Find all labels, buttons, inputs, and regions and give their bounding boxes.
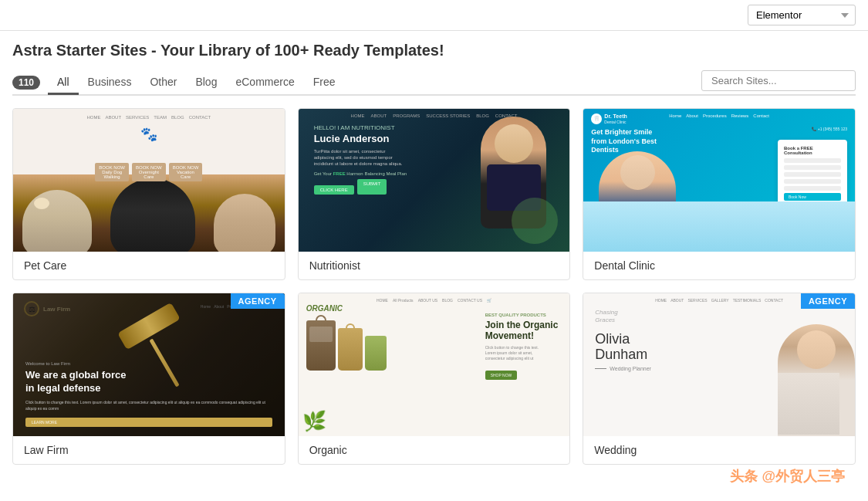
- pet-logo: 🐾: [140, 126, 157, 143]
- law-firm-footer: Law Firm: [13, 436, 285, 464]
- template-thumb-organic: HOMEAll ProductsABOUT USBLOGCONTACT US🛒 …: [299, 293, 570, 436]
- top-bar: Elementor Beaver Builder Brizy: [0, 0, 868, 31]
- lawfirm-content: Welcome to Law Firm We are a global forc…: [13, 293, 285, 436]
- wedding-role: Wedding Planner: [610, 366, 651, 371]
- organic-headline: Join the OrganicMovement!: [485, 320, 559, 342]
- organic-tagline: BEST QUALITY PRODUCTS: [485, 313, 559, 317]
- tab-free[interactable]: Free: [304, 71, 345, 95]
- template-title-nutritionist: Nutritionist: [299, 252, 570, 279]
- dental-form: Book a FREE Consultation Book Now: [778, 140, 847, 207]
- tabs-bar: 110 All Business Other Blog eCommerce Fr…: [12, 70, 856, 96]
- template-title-pet-care: Pet Care: [13, 252, 285, 279]
- tab-ecommerce[interactable]: eCommerce: [226, 71, 303, 95]
- template-thumb-nutritionist: HOMEABOUTPROGRAMSSUCCESS STORIESBLOGCONT…: [299, 109, 570, 252]
- template-card-law-firm[interactable]: ⚖ Law Firm HomeAboutPractice AreasCasesB…: [12, 293, 285, 465]
- tab-other[interactable]: Other: [140, 71, 186, 95]
- agency-badge-law-firm: AGENCY: [231, 293, 285, 309]
- template-count: 110: [12, 76, 40, 90]
- page-builder-select[interactable]: Elementor Beaver Builder Brizy: [748, 5, 856, 25]
- wedding-text: OliviaDunham Wedding Planner: [595, 332, 651, 374]
- nutri-fruit: [512, 198, 558, 244]
- pet-service-2: BOOK NOWOvernightCare: [132, 163, 166, 181]
- template-thumb-law-firm: ⚖ Law Firm HomeAboutPractice AreasCasesB…: [13, 293, 285, 436]
- pet-services: BOOK NOWDaily DogWalking BOOK NOWOvernig…: [13, 163, 285, 181]
- organic-text-block: BEST QUALITY PRODUCTS Join the OrganicMo…: [485, 313, 559, 380]
- template-title-law-firm: Law Firm: [13, 436, 79, 464]
- organic-cta-button[interactable]: SHOP NOW: [485, 371, 518, 380]
- tab-all[interactable]: All: [48, 71, 79, 95]
- wedding-name: OliviaDunham: [595, 332, 651, 363]
- organic-nav: HOMEAll ProductsABOUT USBLOGCONTACT US🛒: [299, 298, 570, 303]
- lawfirm-welcome: Welcome to Law Firm: [25, 361, 272, 366]
- wedding-dash: Wedding Planner: [595, 366, 651, 371]
- template-title-organic: Organic: [299, 436, 570, 464]
- lawfirm-subtext: Click button to change this text. Lorem …: [25, 400, 272, 411]
- template-card-organic[interactable]: HOMEAll ProductsABOUT USBLOGCONTACT US🛒 …: [298, 293, 571, 465]
- template-thumb-pet-care: HOMEABOUTSERVICESTEAMBLOGCONTACT 🐾 BOOK …: [13, 109, 285, 252]
- lawfirm-headline: We are a global forcein legal defense: [25, 369, 272, 395]
- organic-products: [306, 320, 387, 371]
- nutri-text: HELLO! I AM NUTRITIONIST Lucie Anderson …: [314, 124, 407, 195]
- pet-nav: HOMEABOUTSERVICESTEAMBLOGCONTACT: [13, 115, 285, 120]
- templates-grid: HOMEABOUTSERVICESTEAMBLOGCONTACT 🐾 BOOK …: [0, 96, 868, 477]
- dental-logo: 🦷 Dr. TeethDental Clinic: [591, 113, 627, 124]
- wedding-person: [778, 324, 855, 436]
- lawfirm-cta-button[interactable]: LEARN MORE: [25, 418, 272, 427]
- nutri-cta-btn: CLICK HERE: [314, 185, 354, 195]
- template-title-dental: Dental Clinic: [583, 252, 855, 279]
- header: Astra Starter Sites - Your Library of 10…: [0, 31, 868, 96]
- template-title-wedding: Wedding: [583, 436, 855, 464]
- organic-logo: ORGANIC: [306, 304, 343, 313]
- tab-business[interactable]: Business: [79, 71, 141, 95]
- template-card-nutritionist[interactable]: HOMEABOUTPROGRAMSSUCCESS STORIESBLOGCONT…: [298, 108, 571, 280]
- agency-badge-wedding: AGENCY: [801, 293, 855, 309]
- template-card-wedding[interactable]: HOMEABOUTSERVICESGALLERYTESTIMONIALSCONT…: [583, 293, 856, 465]
- nutri-nav: HOMEABOUTPROGRAMSSUCCESS STORIESBLOGCONT…: [299, 113, 570, 118]
- dental-bottom-bg: [583, 201, 855, 252]
- wedding-logo: ChasingGraces: [595, 309, 617, 323]
- template-card-pet-care[interactable]: HOMEABOUTSERVICESTEAMBLOGCONTACT 🐾 BOOK …: [12, 108, 285, 280]
- organic-subtext: Click button to change this text. Lorem …: [485, 345, 551, 361]
- pet-service-3: BOOK NOWVacationCare: [169, 163, 203, 181]
- template-card-dental[interactable]: Get Brighter Smile from London's Best De…: [583, 108, 856, 280]
- template-thumb-dental: Get Brighter Smile from London's Best De…: [583, 109, 855, 252]
- template-thumb-wedding: HOMEABOUTSERVICESGALLERYTESTIMONIALSCONT…: [583, 293, 855, 436]
- nutri-submit-btn: SUBMIT: [357, 179, 387, 195]
- pet-dogs-image: [13, 174, 285, 252]
- organic-leaves: 🌿: [302, 410, 326, 432]
- search-input[interactable]: [701, 70, 856, 91]
- pet-service-1: BOOK NOWDaily DogWalking: [95, 163, 129, 181]
- tab-blog[interactable]: Blog: [186, 71, 226, 95]
- dental-cta-label: 📞 +1 (345) 555 123: [812, 120, 847, 134]
- page-title: Astra Starter Sites - Your Library of 10…: [12, 42, 856, 59]
